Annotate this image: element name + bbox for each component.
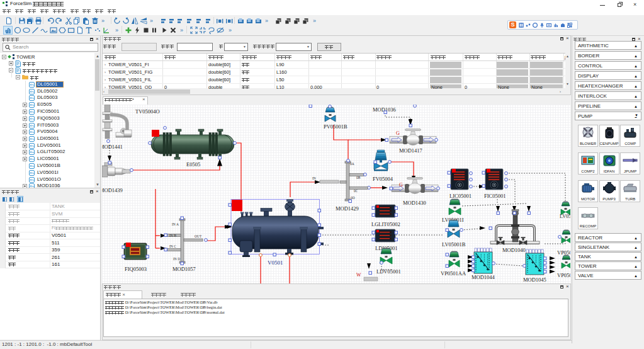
svg-text:»: »: [101, 18, 105, 24]
svg-text:MOD1441: MOD1441: [102, 144, 123, 150]
svg-text:»: »: [150, 18, 153, 24]
svg-text:IN B: IN B: [169, 234, 176, 237]
svg-text:OUT: OUT: [195, 234, 202, 238]
svg-text:IN D: IN D: [173, 257, 180, 261]
svg-text:E0505: E0505: [186, 161, 200, 168]
svg-text:MOD1439: MOD1439: [102, 187, 123, 193]
svg-text:MOD1057: MOD1057: [172, 266, 196, 272]
svg-text:MOD1045: MOD1045: [523, 277, 546, 283]
svg-text:0A: 0A: [350, 162, 354, 166]
svg-text:MOD1044: MOD1044: [472, 274, 495, 280]
svg-text:VP050: VP050: [557, 272, 570, 278]
svg-text:G: G: [396, 130, 400, 136]
svg-text:V0501: V0501: [268, 260, 283, 266]
svg-text:LGLIT05002: LGLIT05002: [371, 221, 400, 227]
svg-text:G: G: [399, 182, 403, 188]
svg-text:FIC05001: FIC05001: [484, 193, 506, 199]
svg-text:FIQ05003: FIQ05003: [125, 266, 147, 272]
svg-text:0C: 0C: [354, 189, 358, 193]
svg-text:VP050: VP050: [557, 249, 570, 256]
svg-text:IN A: IN A: [172, 222, 179, 226]
svg-text:MOD1430: MOD1430: [403, 200, 426, 206]
svg-text:VP0501AA: VP0501AA: [441, 270, 466, 277]
svg-text:MOD1417: MOD1417: [399, 147, 422, 154]
svg-text:IN: IN: [312, 176, 316, 180]
svg-text:»: »: [313, 18, 316, 24]
svg-text:MOD1429: MOD1429: [336, 205, 359, 212]
svg-text:»: »: [229, 27, 232, 33]
svg-text:LDV05001: LDV05001: [376, 268, 401, 275]
svg-text:LV05: LV05: [560, 214, 570, 219]
svg-text:MOD1040: MOD1040: [502, 247, 526, 253]
svg-text:TV05004O: TV05004O: [135, 108, 160, 115]
svg-text:0D: 0D: [351, 196, 355, 200]
svg-text:IN C: IN C: [169, 244, 176, 248]
svg-text:»: »: [180, 27, 183, 33]
svg-text:LIC05001: LIC05001: [449, 193, 472, 199]
svg-text:»: »: [115, 27, 118, 33]
svg-text:»: »: [265, 18, 268, 24]
svg-text:PV05001B: PV05001B: [324, 123, 347, 130]
svg-text:W: W: [356, 272, 361, 278]
svg-text:LV05001B: LV05001B: [442, 241, 466, 248]
svg-text:0B: 0B: [356, 176, 361, 180]
svg-text:FV05004: FV05004: [373, 176, 393, 182]
